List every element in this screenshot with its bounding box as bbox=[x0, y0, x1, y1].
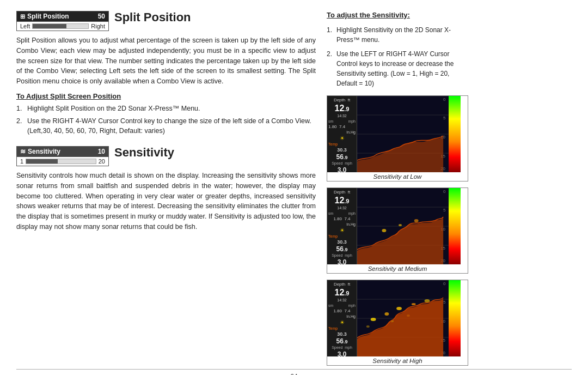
sens-value: 10 bbox=[98, 148, 105, 155]
svg-point-36 bbox=[412, 303, 416, 305]
widget-bottom-bar: Left Right bbox=[17, 21, 108, 31]
split-steps-list: 1. Highlight Split Position on the 2D So… bbox=[16, 104, 316, 136]
svg-text:0: 0 bbox=[443, 97, 446, 102]
adjust-split-screen-title: To Adjust Split Screen Position bbox=[16, 92, 316, 100]
sonar-panel-low: Depth ft 12.9 14:32 sm mph 1.80 7.4 In.H… bbox=[327, 95, 468, 182]
split-position-header: ⊞ Split Position 50 Left Right Split Pos… bbox=[16, 11, 316, 31]
sens-label: Sensitivity bbox=[28, 148, 60, 155]
sens-right-step-1: 1. Highlight Sensitivity on the 2D Sonar… bbox=[327, 25, 468, 45]
sensitivity-widget[interactable]: ≋ Sensitivity 10 1 20 bbox=[16, 146, 109, 166]
sens-max: 20 bbox=[99, 158, 105, 165]
left-column: ⊞ Split Position 50 Left Right Split Pos… bbox=[16, 11, 321, 369]
sensitivity-title: Sensitivity bbox=[114, 146, 174, 159]
svg-point-34 bbox=[384, 312, 389, 316]
svg-text:5: 5 bbox=[443, 116, 446, 120]
split-position-body: Split Position allows you to adjust what… bbox=[16, 35, 316, 87]
sonar-info-high: Depth ft 12.9 14:32 sm mph 1.80 7.4 In.H… bbox=[327, 280, 357, 356]
sensitivity-section: ≋ Sensitivity 10 1 20 Sensitivity bbox=[16, 146, 316, 232]
svg-point-40 bbox=[407, 314, 410, 317]
svg-point-38 bbox=[366, 325, 370, 328]
split-step-1: 1. Highlight Split Position on the 2D So… bbox=[16, 104, 316, 114]
svg-text:5: 5 bbox=[443, 300, 446, 305]
page-number: 64 bbox=[290, 373, 297, 375]
svg-point-21 bbox=[399, 224, 402, 226]
sens-icon: ≋ bbox=[20, 148, 26, 155]
adjust-sensitivity-heading: To adjust the Sensitivity: bbox=[327, 11, 468, 19]
widget-left-label: Left bbox=[20, 23, 30, 29]
sonar-caption-med: Sensitivity at Medium bbox=[327, 264, 468, 273]
svg-point-35 bbox=[396, 307, 402, 310]
svg-point-33 bbox=[371, 318, 376, 321]
sens-min: 1 bbox=[20, 158, 23, 165]
sonar-info-med: Depth ft 12.9 14:32 sm mph 1.80 7.4 In.H… bbox=[327, 188, 357, 264]
sonar-image-low: Depth ft 12.9 14:32 sm mph 1.80 7.4 In.H… bbox=[327, 96, 461, 172]
sonar-colorbar-high bbox=[449, 280, 461, 356]
svg-text:0: 0 bbox=[443, 281, 446, 286]
sens-slider[interactable] bbox=[26, 159, 96, 164]
svg-point-37 bbox=[425, 299, 430, 303]
sonar-display-low: 0 5 10 15 20 bbox=[357, 96, 449, 172]
split-icon: ⊞ bbox=[20, 13, 25, 20]
sonar-colorbar-low bbox=[449, 96, 461, 172]
widget-top-bar: ⊞ Split Position 50 bbox=[17, 11, 108, 21]
sonar-display-med: 0 5 10 15 20 bbox=[357, 188, 449, 264]
widget-right-label: Right bbox=[91, 23, 105, 29]
right-column: To adjust the Sensitivity: 1. Highlight … bbox=[327, 11, 468, 369]
split-position-widget[interactable]: ⊞ Split Position 50 Left Right bbox=[16, 11, 109, 31]
time-display: 14:32 bbox=[337, 114, 347, 118]
sonar-info-low: Depth ft 12.9 14:32 sm mph 1.80 7.4 In.H… bbox=[327, 96, 357, 172]
sens-slider-fill bbox=[26, 159, 57, 164]
page-footer: 64 bbox=[16, 369, 572, 375]
widget-value: 50 bbox=[98, 13, 105, 20]
split-position-title: Split Position bbox=[114, 11, 191, 24]
svg-text:5: 5 bbox=[443, 208, 446, 213]
sonar-caption-high: Sensitivity at High bbox=[327, 356, 468, 365]
depth-value: 12.9 bbox=[335, 104, 350, 113]
sonar-panel-med: Depth ft 12.9 14:32 sm mph 1.80 7.4 In.H… bbox=[327, 188, 468, 274]
sonar-colorbar-med bbox=[449, 188, 461, 264]
sens-right-step-2: 2. Use the LEFT or RIGHT 4-WAY Cursor Co… bbox=[327, 49, 468, 88]
split-slider[interactable] bbox=[32, 23, 89, 29]
svg-point-20 bbox=[382, 229, 386, 232]
slider-fill bbox=[33, 24, 66, 28]
sonar-image-med: Depth ft 12.9 14:32 sm mph 1.80 7.4 In.H… bbox=[327, 188, 461, 264]
sonar-panel-high: Depth ft 12.9 14:32 sm mph 1.80 7.4 In.H… bbox=[327, 280, 468, 366]
sonar-display-high: 0 5 10 15 20 bbox=[357, 280, 449, 356]
sens-widget-top: ≋ Sensitivity 10 bbox=[17, 147, 108, 156]
svg-point-22 bbox=[414, 219, 419, 222]
sonar-caption-low: Sensitivity at Low bbox=[327, 172, 468, 181]
sensitivity-steps: 1. Highlight Sensitivity on the 2D Sonar… bbox=[327, 25, 468, 93]
split-step-2: 2. Use the RIGHT 4-WAY Cursor Control ke… bbox=[16, 116, 316, 137]
widget-label: Split Position bbox=[27, 13, 69, 20]
sun-icon: ☀ bbox=[340, 135, 345, 141]
sens-widget-bottom: 1 20 bbox=[17, 156, 108, 166]
sensitivity-body: Sensitivity controls how much detail is … bbox=[16, 171, 316, 232]
page: ⊞ Split Position 50 Left Right Split Pos… bbox=[0, 0, 588, 375]
svg-text:0: 0 bbox=[443, 189, 446, 194]
sensitivity-header: ≋ Sensitivity 10 1 20 Sensitivity bbox=[16, 146, 316, 166]
main-content: ⊞ Split Position 50 Left Right Split Pos… bbox=[16, 11, 572, 369]
sonar-image-high: Depth ft 12.9 14:32 sm mph 1.80 7.4 In.H… bbox=[327, 280, 461, 356]
depth-label: Depth ft bbox=[334, 98, 350, 103]
